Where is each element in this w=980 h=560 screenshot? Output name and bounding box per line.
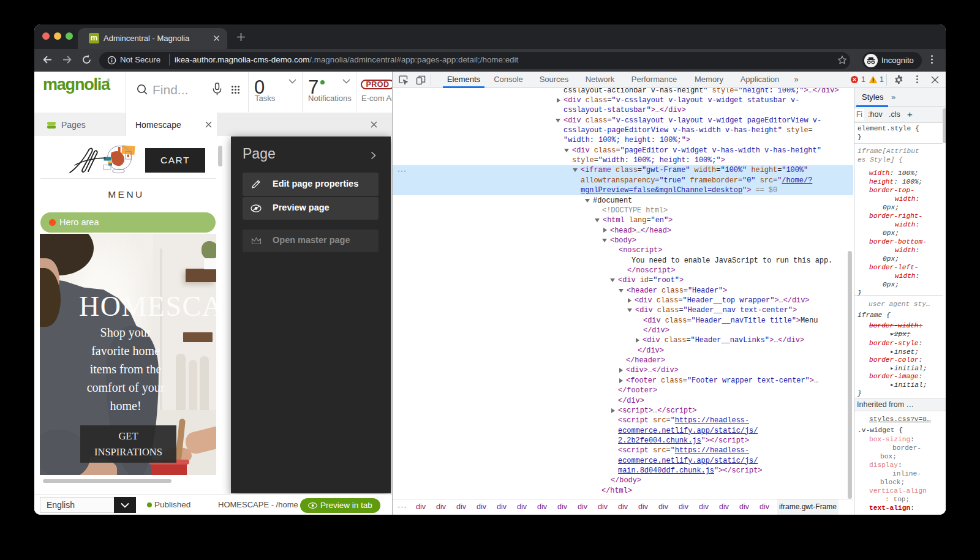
svg-text:magnolia: magnolia xyxy=(43,76,111,94)
svg-text:®: ® xyxy=(107,78,110,83)
